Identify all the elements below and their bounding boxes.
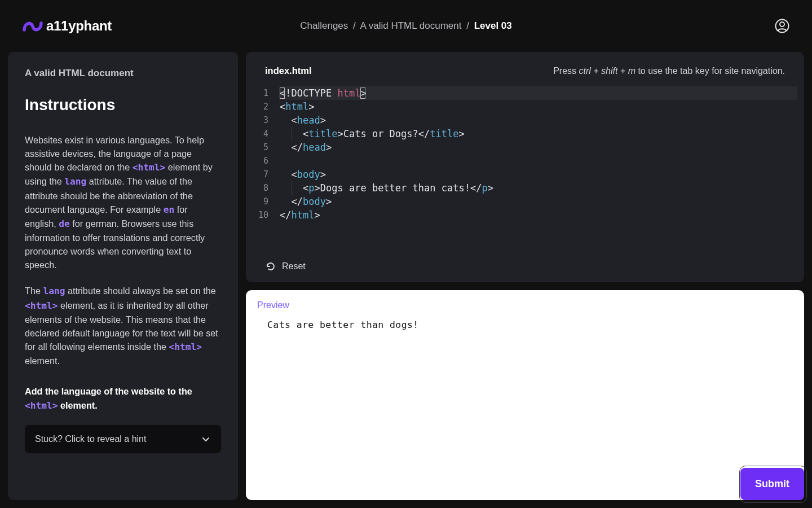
code-line[interactable]: </html> xyxy=(280,208,797,222)
task-prompt: Add the language of the website to the <… xyxy=(25,384,221,413)
line-gutter: 12345678910 xyxy=(258,86,280,251)
code-line[interactable]: </body> xyxy=(280,195,797,208)
code-lines[interactable]: <!DOCTYPE html> <html> <head> <title>Cat… xyxy=(280,86,797,251)
code-line[interactable]: <p>Dogs are better than cats!</p> xyxy=(280,181,797,195)
code-line[interactable]: <!DOCTYPE html> xyxy=(280,86,797,100)
code-lang-attr: lang xyxy=(64,176,86,187)
code-editor[interactable]: 12345678910 <!DOCTYPE html> <html> <head… xyxy=(246,83,804,251)
user-icon[interactable] xyxy=(775,19,789,33)
code-html-tag: <html> xyxy=(25,300,58,311)
brand-name: a11yphant xyxy=(46,18,112,34)
hint-toggle[interactable]: Stuck? Click to reveal a hint xyxy=(25,425,221,453)
preview-panel: Preview Cats are better than dogs! xyxy=(246,290,804,500)
code-line[interactable]: <html> xyxy=(280,100,797,113)
preview-label: Preview xyxy=(257,300,793,310)
main-content: A valid HTML document Instructions Websi… xyxy=(0,52,812,508)
code-line[interactable]: </head> xyxy=(280,141,797,154)
hint-label: Stuck? Click to reveal a hint xyxy=(35,434,146,444)
code-line[interactable]: <body> xyxy=(280,168,797,181)
code-editor-panel: index.html Press ctrl + shift + m to use… xyxy=(246,52,804,282)
preview-content: Cats are better than dogs! xyxy=(257,319,793,330)
chevron-down-icon xyxy=(201,434,211,444)
code-en: en xyxy=(164,204,175,215)
editor-filename: index.html xyxy=(265,65,312,76)
code-line[interactable]: <head> xyxy=(280,113,797,127)
submit-button[interactable]: Submit xyxy=(740,468,804,500)
code-de: de xyxy=(59,218,70,229)
code-line[interactable]: <title>Cats or Dogs?</title> xyxy=(280,127,797,141)
reset-button[interactable]: Reset xyxy=(246,251,804,282)
breadcrumb-level: Level 03 xyxy=(474,20,512,31)
breadcrumb-challenge[interactable]: A valid HTML document xyxy=(360,20,462,31)
challenge-title: A valid HTML document xyxy=(25,68,221,79)
breadcrumb: Challenges / A valid HTML document / Lev… xyxy=(300,20,511,32)
work-area: index.html Press ctrl + shift + m to use… xyxy=(246,52,804,500)
breadcrumb-separator: / xyxy=(464,20,471,31)
brand-logo[interactable]: a11yphant xyxy=(23,18,112,34)
instructions-heading: Instructions xyxy=(25,96,221,114)
reset-icon xyxy=(265,261,276,272)
svg-point-1 xyxy=(780,22,784,27)
app-header: a11yphant Challenges / A valid HTML docu… xyxy=(0,0,812,52)
reset-label: Reset xyxy=(282,261,306,271)
logo-icon xyxy=(23,19,43,33)
breadcrumb-separator: / xyxy=(351,20,358,31)
code-line[interactable] xyxy=(280,154,797,168)
instructions-paragraph-1: Websites exist in various languages. To … xyxy=(25,133,221,271)
code-html-tag: <html> xyxy=(169,341,202,352)
editor-header: index.html Press ctrl + shift + m to use… xyxy=(246,52,804,83)
keyboard-hint: Press ctrl + shift + m to use the tab ke… xyxy=(553,66,785,76)
breadcrumb-root[interactable]: Challenges xyxy=(300,20,348,31)
code-lang-attr: lang xyxy=(43,286,65,296)
code-html-tag: <html> xyxy=(133,162,165,173)
instructions-panel: A valid HTML document Instructions Websi… xyxy=(8,52,238,500)
instructions-paragraph-2: The lang attribute should always be set … xyxy=(25,284,221,367)
